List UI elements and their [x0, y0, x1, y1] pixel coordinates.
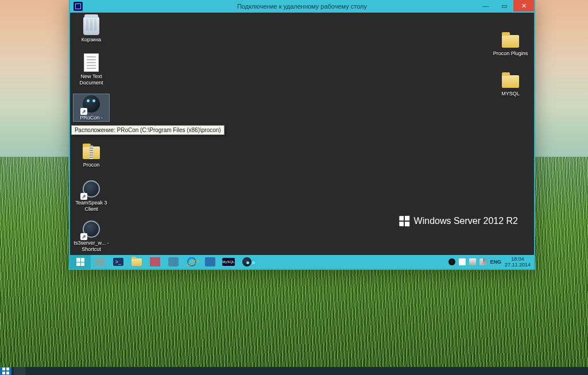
host-start-button[interactable]	[0, 367, 11, 375]
rdp-app-icon	[74, 2, 83, 11]
procon-icon	[242, 257, 252, 266]
close-button[interactable]: ✕	[513, 0, 534, 11]
remote-taskbar: >_ MySQL ENG 18:04 27.11.2014	[70, 255, 534, 269]
windows-logo-icon	[2, 367, 10, 375]
windows-logo-icon	[399, 216, 409, 227]
taskbar-item[interactable]	[165, 256, 182, 268]
shortcut-arrow-icon: ↗	[80, 233, 87, 240]
tray-language[interactable]: ENG	[490, 259, 501, 265]
taskbar-ie[interactable]	[183, 256, 200, 268]
folder-icon	[501, 30, 520, 49]
os-branding: Windows Server 2012 R2	[399, 216, 518, 226]
host-desktop: Подключение к удаленному рабочему столу …	[0, 0, 588, 375]
server-manager-icon	[95, 258, 105, 266]
taskbar-mysql[interactable]: MySQL	[220, 256, 237, 268]
svg-rect-3	[6, 372, 9, 374]
taskbar-procon[interactable]	[238, 256, 256, 268]
folder-icon	[82, 141, 101, 161]
powershell-icon: >_	[113, 258, 123, 266]
icon-label: Procon Plugins	[493, 51, 528, 57]
tray-sound-icon[interactable]	[479, 258, 486, 265]
procon-app-icon: ↗	[82, 94, 101, 114]
window-controls: — ▭ ✕	[477, 0, 534, 13]
svg-rect-0	[2, 368, 5, 370]
rdp-window: Подключение к удаленному рабочему столу …	[69, 0, 535, 270]
icon-label: MYSQL	[493, 91, 528, 97]
folder-icon	[501, 70, 520, 90]
tray-clock[interactable]: 18:04 27.11.2014	[505, 256, 531, 268]
taskbar-server-manager[interactable]	[91, 256, 109, 268]
tray-flag-icon[interactable]	[459, 258, 466, 265]
recycle-bin-icon	[82, 16, 101, 36]
tray-icon[interactable]	[448, 258, 455, 265]
rdp-titlebar[interactable]: Подключение к удаленному рабочему столу …	[70, 0, 534, 13]
svg-rect-1	[6, 368, 9, 370]
app-icon	[205, 257, 215, 266]
taskbar-item[interactable]	[146, 256, 164, 268]
ts3server-icon: ↗	[82, 219, 101, 239]
host-taskbar-item[interactable]	[14, 367, 25, 375]
tray-time: 18:04	[505, 256, 531, 262]
taskbar-item[interactable]	[202, 256, 219, 268]
svg-rect-2	[2, 372, 5, 374]
host-taskbar	[0, 367, 588, 375]
taskbar-explorer[interactable]	[128, 256, 145, 268]
tooltip: Расположение: PRoCon (C:\Program Files (…	[71, 125, 225, 135]
app-icon	[168, 257, 179, 266]
shortcut-arrow-icon: ↗	[80, 108, 87, 115]
remote-desktop[interactable]: Корзина New Text Document ↗ PRoCon - Рас…	[70, 13, 534, 255]
branding-text: Windows Server 2012 R2	[414, 216, 518, 226]
teamspeak-icon: ↗	[82, 179, 101, 199]
desktop-icon-new-text-document[interactable]: New Text Document	[74, 53, 109, 86]
icon-label: TeamSpeak 3 Client	[74, 200, 109, 212]
ie-icon	[187, 257, 196, 266]
icon-label: New Text Document	[74, 74, 109, 86]
windows-logo-icon	[76, 258, 84, 266]
text-file-icon	[82, 53, 101, 72]
minimize-button[interactable]: —	[477, 0, 495, 11]
icon-label: ts3server_w... - Shortcut	[74, 240, 109, 253]
desktop-icon-procon-plugins[interactable]: Procon Plugins	[493, 30, 528, 57]
maximize-button[interactable]: ▭	[495, 0, 513, 11]
rdp-title: Подключение к удаленному рабочему столу	[70, 3, 534, 10]
tray-network-icon[interactable]	[469, 258, 476, 265]
shortcut-arrow-icon: ↗	[80, 193, 87, 200]
desktop-icon-teamspeak[interactable]: ↗ TeamSpeak 3 Client	[74, 179, 109, 212]
desktop-icon-mysql[interactable]: MYSQL	[493, 70, 528, 97]
icon-label: PRoCon -	[74, 115, 109, 121]
taskbar-powershell[interactable]: >_	[110, 256, 127, 268]
start-button[interactable]	[70, 255, 91, 269]
mysql-icon: MySQL	[222, 258, 235, 266]
icon-label: Procon	[74, 162, 109, 168]
tray-date: 27.11.2014	[505, 262, 531, 268]
desktop-icon-procon-folder[interactable]: Procon	[74, 141, 109, 168]
desktop-icon-recycle-bin[interactable]: Корзина	[74, 16, 109, 43]
system-tray: ENG 18:04 27.11.2014	[445, 256, 534, 268]
icon-label: Корзина	[74, 37, 109, 43]
desktop-icon-procon-app[interactable]: ↗ PRoCon -	[74, 94, 109, 121]
desktop-icon-ts3server[interactable]: ↗ ts3server_w... - Shortcut	[74, 219, 109, 253]
explorer-icon	[131, 258, 142, 266]
app-icon	[150, 257, 160, 266]
